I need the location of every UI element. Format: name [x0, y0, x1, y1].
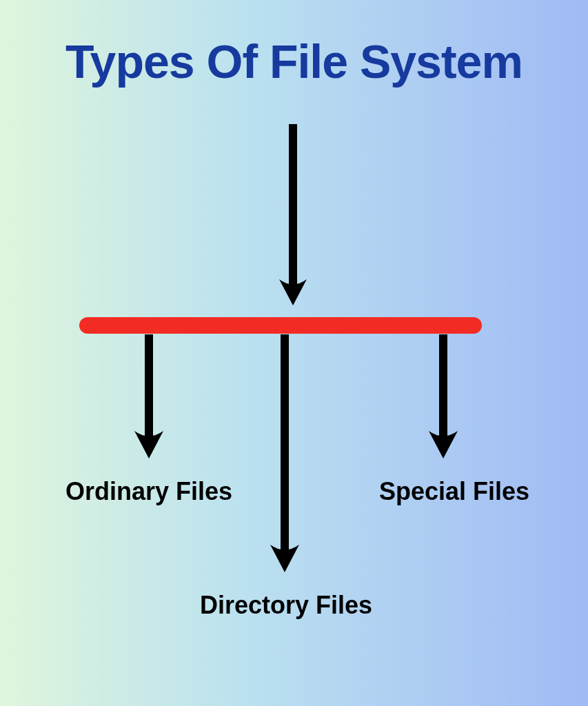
- label-directory-files: Directory Files: [196, 589, 376, 622]
- label-special-files: Special Files: [372, 476, 537, 508]
- arrow-top-icon: [276, 124, 310, 310]
- arrow-middle-icon: [267, 334, 302, 576]
- divider-bar: [79, 317, 482, 334]
- diagram-title: Types Of File System: [0, 34, 588, 88]
- arrow-right-icon: [426, 334, 460, 462]
- label-ordinary-files: Ordinary Files: [45, 476, 252, 508]
- arrow-left-icon: [132, 334, 166, 462]
